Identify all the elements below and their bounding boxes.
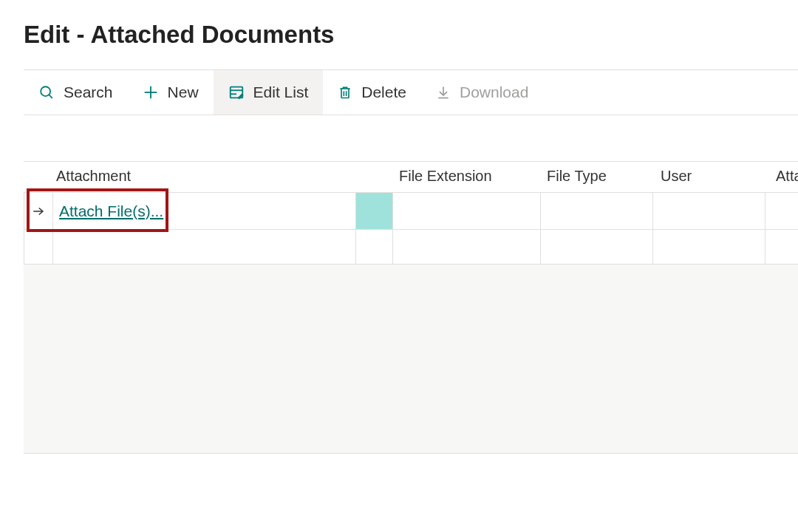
table-empty-area: [24, 265, 798, 454]
table-row: [24, 229, 798, 265]
table-header: Attachment File Extension File Type User…: [24, 162, 798, 192]
search-label: Search: [64, 83, 113, 101]
edit-list-button[interactable]: Edit List: [214, 70, 324, 115]
user-cell[interactable]: [653, 229, 765, 265]
file-type-cell[interactable]: [541, 229, 653, 265]
attachment-cell[interactable]: [53, 229, 356, 265]
file-extension-cell[interactable]: [393, 192, 541, 229]
file-extension-cell[interactable]: [393, 229, 541, 265]
svg-point-0: [41, 86, 50, 96]
attached-cell[interactable]: [765, 229, 798, 265]
col-file-type[interactable]: File Type: [541, 162, 653, 192]
toolbar: Search New Edit List: [24, 69, 798, 115]
row-selector[interactable]: [24, 192, 53, 229]
download-icon: [436, 84, 451, 100]
trash-icon: [338, 84, 352, 100]
col-attachment[interactable]: Attachment: [53, 162, 393, 192]
svg-line-1: [49, 95, 52, 98]
user-cell[interactable]: [653, 192, 765, 229]
page-title: Edit - Attached Documents: [24, 21, 798, 49]
attachment-extra-cell[interactable]: [356, 229, 393, 265]
new-label: New: [168, 83, 199, 101]
edit-list-icon: [228, 84, 245, 100]
search-icon: [38, 84, 55, 100]
attachments-table: Attachment File Extension File Type User…: [24, 161, 798, 454]
file-type-cell[interactable]: [541, 192, 653, 229]
search-button[interactable]: Search: [24, 70, 128, 115]
col-file-extension[interactable]: File Extension: [393, 162, 541, 192]
attachment-extra-cell[interactable]: [356, 192, 393, 229]
edit-list-label: Edit List: [253, 83, 309, 101]
attachment-cell[interactable]: Attach File(s)...: [53, 192, 356, 229]
new-button[interactable]: New: [128, 70, 214, 115]
delete-label: Delete: [361, 83, 406, 101]
arrow-right-icon: [32, 205, 45, 218]
plus-icon: [143, 84, 159, 100]
attached-cell[interactable]: [765, 192, 798, 229]
download-label: Download: [460, 83, 528, 101]
col-attached[interactable]: Attached: [765, 162, 798, 192]
download-button[interactable]: Download: [421, 70, 543, 115]
delete-button[interactable]: Delete: [323, 70, 421, 115]
attach-files-link[interactable]: Attach File(s)...: [53, 202, 163, 220]
col-user[interactable]: User: [653, 162, 765, 192]
table-row: Attach File(s)...: [24, 192, 798, 229]
row-selector[interactable]: [24, 229, 53, 265]
